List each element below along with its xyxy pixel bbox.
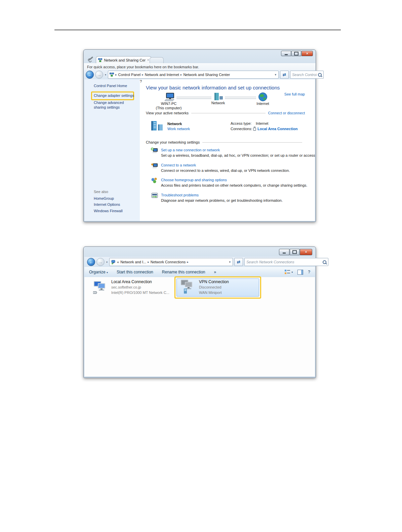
see-also-heading: See also bbox=[94, 190, 108, 194]
help-button[interactable]: ? bbox=[308, 270, 310, 274]
close-button[interactable]: × bbox=[302, 51, 313, 56]
organize-label: Organize bbox=[89, 270, 106, 274]
refresh-button[interactable]: ⇄ bbox=[234, 258, 243, 266]
refresh-button[interactable]: ⇄ bbox=[280, 71, 289, 79]
connection-item-lan[interactable]: Local Area Connection sec.softether.co.j… bbox=[91, 279, 173, 297]
window-body: Control Panel Home Change adapter settin… bbox=[84, 79, 315, 221]
map-connector bbox=[176, 97, 211, 99]
connection-item-vpn[interactable]: VPN Connection Disconnected WAN Miniport bbox=[176, 278, 259, 297]
troubleshoot-problems-link[interactable]: Troubleshoot problems bbox=[161, 193, 199, 197]
views-button[interactable]: ▾ bbox=[285, 270, 293, 274]
breadcrumb-collapse-icon[interactable]: « bbox=[117, 260, 119, 264]
search-icon bbox=[318, 73, 322, 77]
see-full-map-link[interactable]: See full map bbox=[284, 92, 305, 96]
map-internet-icon[interactable] bbox=[258, 92, 268, 102]
forward-button[interactable]: → bbox=[96, 258, 105, 266]
window-titlebar[interactable]: × bbox=[84, 50, 316, 56]
network-connections-window: × ← → ▾ « Network and I... ▸ Network Con… bbox=[83, 246, 316, 378]
homegroup-options-link[interactable]: Choose homegroup and sharing options bbox=[161, 178, 227, 182]
recent-pages-icon[interactable]: ▾ bbox=[105, 73, 106, 76]
wrench-icon[interactable] bbox=[88, 56, 93, 61]
minimize-icon bbox=[285, 54, 288, 55]
help-button[interactable]: ? bbox=[140, 79, 142, 83]
connection-device: WAN Miniport bbox=[199, 290, 229, 295]
forward-icon: → bbox=[98, 260, 103, 265]
sidebar-item-internet-options[interactable]: Internet Options bbox=[94, 202, 120, 206]
map-computer-sub: (This computer) bbox=[156, 106, 182, 110]
close-button[interactable]: × bbox=[300, 249, 312, 255]
breadcrumb[interactable]: « Network and I... ▸ Network Connections… bbox=[109, 258, 233, 266]
ethernet-icon bbox=[253, 126, 256, 131]
tab-network-sharing-center[interactable]: Network and Sharing Cent × bbox=[96, 56, 152, 64]
homegroup-options-desc: Access files and printers located on oth… bbox=[161, 183, 307, 187]
map-connector bbox=[225, 97, 256, 99]
close-icon: × bbox=[305, 250, 307, 254]
back-button[interactable]: ← bbox=[86, 71, 94, 79]
network-icon bbox=[110, 73, 114, 77]
breadcrumb-network-internet[interactable]: Network and Internet bbox=[145, 73, 179, 77]
page-title: View your basic network information and … bbox=[146, 85, 280, 90]
breadcrumb-separator-icon: ▸ bbox=[148, 260, 149, 264]
map-internet-label: Internet bbox=[256, 102, 269, 106]
breadcrumb-separator-icon: ▸ bbox=[115, 73, 117, 76]
breadcrumb-network-internet[interactable]: Network and I... bbox=[120, 260, 146, 264]
bookmarks-hint-text: For quick access, place your bookmarks h… bbox=[87, 65, 199, 69]
connect-disconnect-link[interactable]: Connect or disconnect bbox=[268, 111, 305, 115]
new-tab-stub[interactable] bbox=[150, 57, 164, 63]
command-bar: Organize ▾ Start this connection Rename … bbox=[84, 267, 315, 277]
file-list: Local Area Connection sec.softether.co.j… bbox=[84, 277, 315, 377]
breadcrumb[interactable]: ▸ Control Panel ▸ Network and Internet ▸… bbox=[108, 71, 279, 79]
troubleshoot-icon bbox=[151, 192, 158, 199]
homegroup-icon bbox=[151, 177, 158, 184]
breadcrumb-network-connections[interactable]: Network Connections bbox=[151, 260, 186, 264]
address-bar: ← → ▾ « Network and I... ▸ Network Conne… bbox=[84, 257, 315, 267]
back-icon: ← bbox=[88, 72, 92, 77]
preview-pane-button[interactable] bbox=[297, 270, 303, 275]
back-button[interactable]: ← bbox=[87, 258, 95, 266]
sidebar-item-homegroup[interactable]: HomeGroup bbox=[94, 196, 114, 200]
active-network-icon[interactable] bbox=[151, 120, 165, 132]
maximize-button[interactable] bbox=[290, 249, 299, 255]
breadcrumb-separator-icon: ▸ bbox=[180, 73, 182, 76]
connection-name: Local Area Connection bbox=[111, 279, 169, 284]
connect-to-network-link[interactable]: Connect to a network bbox=[161, 163, 196, 167]
search-input[interactable]: Search Network Connections bbox=[244, 258, 328, 266]
tab-title: Network and Sharing Cent bbox=[104, 58, 145, 62]
troubleshoot-problems-desc: Diagnose and repair network problems, or… bbox=[161, 198, 283, 202]
back-icon: ← bbox=[89, 260, 93, 265]
maximize-button[interactable] bbox=[291, 51, 301, 56]
sidebar-item-windows-firewall[interactable]: Windows Firewall bbox=[94, 209, 123, 213]
window-titlebar[interactable]: × bbox=[84, 247, 316, 257]
work-network-link[interactable]: Work network bbox=[167, 127, 190, 131]
connections-label: Connections: bbox=[231, 127, 252, 131]
tab-close-icon[interactable]: × bbox=[147, 58, 149, 62]
setup-new-connection-link[interactable]: Set up a new connection or network bbox=[161, 148, 220, 152]
views-dropdown-icon: ▾ bbox=[291, 271, 293, 274]
rename-connection-button[interactable]: Rename this connection bbox=[162, 270, 205, 274]
search-placeholder: Search Network Connections bbox=[246, 260, 321, 264]
minimize-icon bbox=[283, 253, 286, 254]
sidebar-item-change-adapter-settings[interactable]: Change adapter settings bbox=[94, 93, 134, 98]
tab-strip: Network and Sharing Cent × bbox=[84, 56, 316, 63]
address-dropdown-icon[interactable]: ▾ bbox=[275, 73, 277, 76]
address-dropdown-icon[interactable]: ▾ bbox=[229, 260, 231, 264]
new-connection-icon bbox=[151, 147, 158, 154]
local-area-connection-link[interactable]: Local Area Connection bbox=[257, 127, 297, 131]
start-connection-button[interactable]: Start this connection bbox=[117, 270, 153, 274]
minimize-button[interactable] bbox=[279, 249, 289, 255]
connect-to-network-desc: Connect or reconnect to a wireless, wire… bbox=[161, 168, 290, 173]
close-icon: × bbox=[306, 52, 308, 55]
search-input[interactable]: Search Control... bbox=[290, 71, 324, 79]
recent-pages-icon[interactable]: ▾ bbox=[106, 261, 108, 264]
sidebar-item-change-advanced-sharing[interactable]: Change advanced sharing settings bbox=[94, 100, 133, 110]
networking-settings-header-row: Change your networking settings bbox=[146, 140, 305, 144]
sidebar-item-control-panel-home[interactable]: Control Panel Home bbox=[94, 84, 127, 88]
toolbar-overflow-icon[interactable]: » bbox=[214, 270, 216, 274]
breadcrumb-network-sharing-center[interactable]: Network and Sharing Center bbox=[183, 73, 230, 77]
organize-button[interactable]: Organize ▾ bbox=[89, 270, 108, 274]
minimize-button[interactable] bbox=[281, 51, 291, 56]
forward-button[interactable]: → bbox=[95, 71, 103, 79]
header-rule bbox=[202, 142, 302, 143]
refresh-icon: ⇄ bbox=[283, 72, 286, 77]
breadcrumb-control-panel[interactable]: Control Panel bbox=[118, 73, 141, 77]
